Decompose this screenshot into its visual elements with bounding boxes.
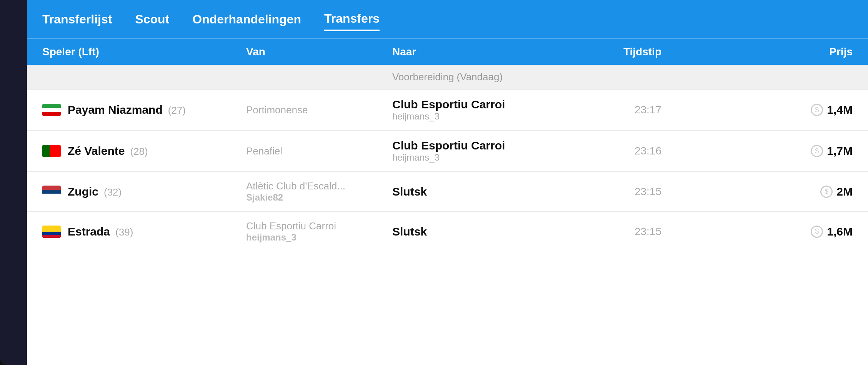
nav-scout[interactable]: Scout [135,8,169,30]
prijs-col: $ 2M [661,185,853,198]
naar-club: Club Esportiu Carroi [392,98,577,111]
prijs-val: 1,4M [827,103,853,116]
flag-portugal [42,145,61,157]
prijs-icon: $ [820,186,833,198]
naar-col: Slutsk [392,225,577,238]
van-col: Penafiel [246,145,392,157]
col-header-tijd: Tijdstip [577,46,661,58]
player-col: Estrada (39) [42,225,242,238]
nav-onderhandelingen[interactable]: Onderhandelingen [192,8,301,30]
van-main: Portimonense [246,104,392,116]
player-name: Zé Valente [68,144,125,158]
naar-club: Club Esportiu Carroi [392,139,577,152]
naar-user: heijmans_3 [392,152,577,163]
naar-col: Slutsk [392,185,577,198]
section-label-voorbereiding: Voorbereiding (Vandaag) [27,65,868,90]
tijd-col: 23:15 [577,186,661,198]
player-age: (27) [168,105,186,116]
nav-transferlijst[interactable]: Transferlijst [42,8,112,30]
prijs-val: 1,7M [827,144,853,158]
van-col: Portimonense [246,104,392,116]
van-main: Penafiel [246,145,392,157]
app-container: Transferlijst Scout Onderhandelingen Tra… [0,0,868,365]
player-age: (39) [115,226,133,238]
prijs-icon: $ [811,226,823,238]
player-col: Payam Niazmand (27) [42,103,242,116]
main-content: Transferlijst Scout Onderhandelingen Tra… [27,0,868,365]
column-header-row: Speler (Lft) Van Naar Tijdstip Prijs [27,38,868,65]
flag-colombia [42,226,61,238]
tijd-col: 23:15 [577,226,661,238]
player-col: Zugic (32) [42,185,242,198]
van-main: Club Esportiu Carroi [246,220,392,232]
col-header-naar: Naar [392,46,577,58]
tijd-col: 23:16 [577,145,661,157]
table-row: Estrada (39) Club Esportiu Carroi heijma… [27,212,868,251]
van-main: Atlètic Club d'Escald... [246,180,392,192]
naar-col: Club Esportiu Carroi heijmans_3 [392,139,577,163]
prijs-icon: $ [811,145,823,157]
prijs-col: $ 1,7M [661,144,853,158]
prijs-col: $ 1,6M [661,225,853,238]
flag-iran [42,104,61,116]
nav-transfers[interactable]: Transfers [324,8,380,31]
table-row: Zugic (32) Atlètic Club d'Escald... Sjak… [27,172,868,212]
van-sub: Sjakie82 [246,192,392,203]
naar-user: heijmans_3 [392,111,577,122]
prijs-col: $ 1,4M [661,103,853,116]
prijs-icon: $ [811,104,823,116]
player-name: Estrada [68,225,110,238]
player-name: Zugic [68,185,98,198]
player-name: Payam Niazmand [68,103,163,116]
van-sub: heijmans_3 [246,232,392,243]
flag-serbia [42,186,61,198]
top-nav: Transferlijst Scout Onderhandelingen Tra… [27,0,868,38]
naar-club: Slutsk [392,225,577,238]
col-header-prijs: Prijs [661,46,853,58]
player-age: (32) [104,186,122,198]
player-col: Zé Valente (28) [42,144,242,158]
left-sidebar [0,0,27,365]
naar-col: Club Esportiu Carroi heijmans_3 [392,98,577,122]
prijs-val: 2M [836,185,853,198]
col-header-van: Van [246,46,392,58]
table-row: Zé Valente (28) Penafiel Club Esportiu C… [27,131,868,172]
naar-club: Slutsk [392,185,577,198]
player-age: (28) [130,146,148,158]
tijd-col: 23:17 [577,104,661,116]
van-col: Club Esportiu Carroi heijmans_3 [246,220,392,243]
table-row: Payam Niazmand (27) Portimonense Club Es… [27,90,868,131]
col-header-player: Speler (Lft) [42,46,242,58]
prijs-val: 1,6M [827,225,853,238]
van-col: Atlètic Club d'Escald... Sjakie82 [246,180,392,203]
